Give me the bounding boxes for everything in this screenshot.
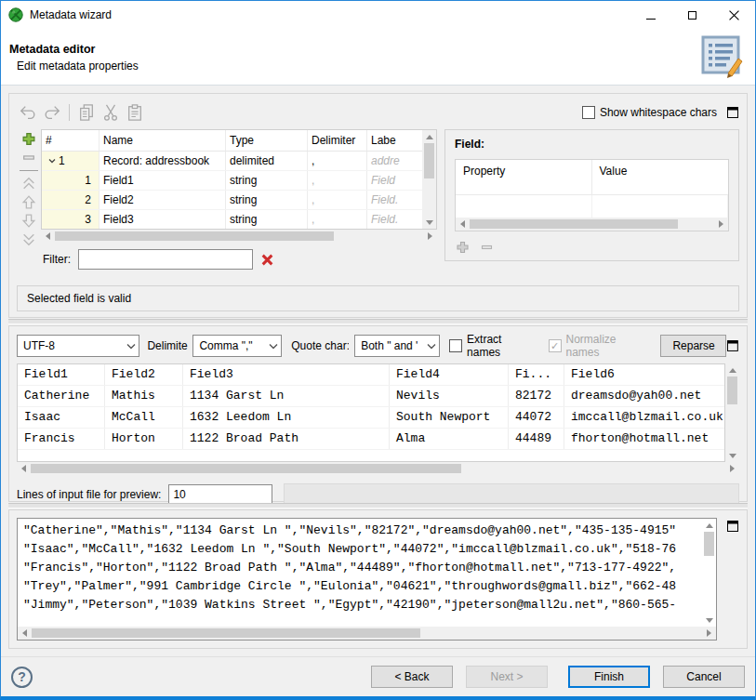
- preview-cell: dreamsdo@yah00.net: [564, 386, 724, 406]
- sash-top[interactable]: [8, 318, 748, 325]
- remove-field-button[interactable]: [20, 150, 37, 165]
- preview-column-header[interactable]: Field4: [390, 364, 509, 385]
- preview-column-header[interactable]: Field2: [105, 364, 183, 385]
- app-logo-icon: [8, 7, 23, 22]
- show-whitespace-checkbox[interactable]: [582, 106, 595, 119]
- preview-row[interactable]: FrancisHorton1122 Broad PathAlma44489fho…: [18, 429, 724, 450]
- cancel-button[interactable]: Cancel: [663, 666, 745, 688]
- redo-icon: [43, 104, 61, 121]
- window-controls: [630, 1, 755, 29]
- maximize-icon: [688, 11, 696, 20]
- scroll-down-icon[interactable]: [706, 618, 713, 623]
- raw-data-text[interactable]: "Catherine","Mathis","1134 Garst Ln ","N…: [18, 519, 702, 627]
- preview-vscrollbar[interactable]: [725, 363, 739, 462]
- scroll-thumb[interactable]: [31, 464, 461, 473]
- move-top-button[interactable]: [20, 176, 37, 192]
- add-field-button[interactable]: [20, 131, 37, 147]
- preview-cell: 1122 Broad Path: [183, 429, 390, 449]
- scroll-left-icon[interactable]: [22, 629, 27, 637]
- field-row[interactable]: 1Field1string,Field: [42, 171, 422, 191]
- expand-chevron-icon[interactable]: [47, 156, 57, 165]
- close-button[interactable]: [713, 1, 755, 29]
- field-row[interactable]: 3Field3string,Field.: [42, 210, 422, 229]
- column-header-property[interactable]: Property: [456, 160, 592, 195]
- maximize-button[interactable]: [671, 1, 713, 29]
- move-bottom-button[interactable]: [20, 231, 37, 247]
- quote-char-select[interactable]: Both " and ': [354, 335, 440, 357]
- next-button[interactable]: Next >: [466, 666, 548, 688]
- preview-cell: 82172: [509, 386, 564, 406]
- scroll-down-icon[interactable]: [426, 220, 433, 225]
- scroll-down-icon[interactable]: [729, 454, 736, 458]
- scroll-thumb[interactable]: [704, 532, 714, 556]
- scroll-thumb[interactable]: [470, 219, 678, 229]
- delimiter-select[interactable]: Comma ",": [192, 335, 282, 357]
- filter-input[interactable]: [78, 249, 253, 270]
- preview-cell: McCall: [105, 407, 183, 428]
- copy-button[interactable]: [75, 102, 98, 123]
- preview-column-header[interactable]: Fi...: [509, 364, 564, 385]
- charset-select[interactable]: UTF-8: [17, 335, 139, 357]
- extract-names-toggle[interactable]: Extract names: [449, 333, 537, 359]
- scroll-right-icon[interactable]: [719, 220, 723, 228]
- sash-bottom[interactable]: [8, 502, 748, 509]
- fields-table-vscrollbar[interactable]: [422, 130, 436, 229]
- scroll-left-icon[interactable]: [21, 465, 26, 472]
- show-whitespace-toggle[interactable]: Show whitespace chars: [582, 106, 717, 119]
- move-up-button[interactable]: [20, 194, 37, 210]
- preview-row[interactable]: IsaacMcCall1632 Leedom LnSouth Newport44…: [18, 407, 724, 429]
- preview-column-header[interactable]: Field1: [18, 364, 105, 385]
- column-header-type[interactable]: Type: [226, 130, 308, 151]
- move-down-button[interactable]: [20, 213, 37, 229]
- extract-names-checkbox[interactable]: [449, 339, 462, 352]
- record-row[interactable]: 1Record: addressbookdelimited,addre: [42, 152, 422, 171]
- column-header-name[interactable]: Name: [99, 130, 226, 151]
- raw-data-hscrollbar[interactable]: [18, 627, 716, 640]
- cut-button[interactable]: [99, 102, 122, 123]
- scroll-right-icon[interactable]: [707, 629, 711, 637]
- preview-column-header[interactable]: Field3: [183, 364, 390, 385]
- field-row[interactable]: 2Field2string,Field.: [42, 191, 422, 210]
- scroll-up-icon[interactable]: [426, 135, 433, 139]
- help-button[interactable]: ?: [11, 667, 33, 688]
- filter-clear-icon[interactable]: [260, 253, 274, 267]
- preview-cell: Alma: [390, 429, 509, 449]
- fields-table-hscrollbar[interactable]: [41, 230, 437, 243]
- column-header-value[interactable]: Value: [592, 160, 729, 195]
- maximize-panel-icon[interactable]: [726, 106, 739, 119]
- wizard-button-bar: ? < Back Next > Finish Cancel: [1, 656, 755, 696]
- remove-property-button[interactable]: [479, 240, 495, 255]
- close-icon: [729, 10, 739, 20]
- raw-data-viewer[interactable]: "Catherine","Mathis","1134 Garst Ln ","N…: [17, 518, 717, 641]
- finish-button[interactable]: Finish: [568, 666, 650, 688]
- scroll-up-icon[interactable]: [729, 368, 736, 373]
- raw-data-vscrollbar[interactable]: [702, 519, 716, 627]
- scroll-thumb[interactable]: [424, 143, 434, 178]
- scroll-up-icon[interactable]: [706, 523, 713, 528]
- field-properties-hscrollbar[interactable]: [456, 218, 728, 231]
- minimize-button[interactable]: [630, 1, 671, 29]
- scroll-right-icon[interactable]: [428, 232, 432, 240]
- scroll-right-icon[interactable]: [730, 465, 735, 472]
- column-header-delimiter[interactable]: Delimiter: [308, 130, 367, 151]
- back-button[interactable]: < Back: [371, 666, 453, 688]
- paste-button[interactable]: [124, 102, 146, 123]
- preview-column-header[interactable]: Field6: [564, 364, 724, 385]
- column-header-label[interactable]: Labe: [367, 130, 422, 151]
- maximize-panel-icon[interactable]: [726, 520, 739, 533]
- preview-row[interactable]: CatherineMathis1134 Garst LnNevils82172d…: [18, 386, 724, 407]
- add-property-button[interactable]: [455, 240, 471, 255]
- scroll-left-icon[interactable]: [46, 232, 50, 240]
- scroll-left-icon[interactable]: [460, 220, 465, 228]
- validation-status: Selected field is valid: [17, 285, 739, 311]
- scroll-thumb[interactable]: [32, 628, 420, 638]
- maximize-panel-icon[interactable]: [726, 339, 739, 352]
- scroll-thumb[interactable]: [727, 376, 737, 404]
- preview-table-rows: CatherineMathis1134 Garst LnNevils82172d…: [18, 386, 724, 450]
- preview-hscrollbar[interactable]: [17, 462, 739, 475]
- column-header-number[interactable]: #: [42, 130, 99, 151]
- reparse-button[interactable]: Reparse: [660, 335, 726, 357]
- scroll-thumb[interactable]: [55, 231, 334, 241]
- redo-button[interactable]: [41, 102, 63, 123]
- undo-button[interactable]: [17, 102, 39, 123]
